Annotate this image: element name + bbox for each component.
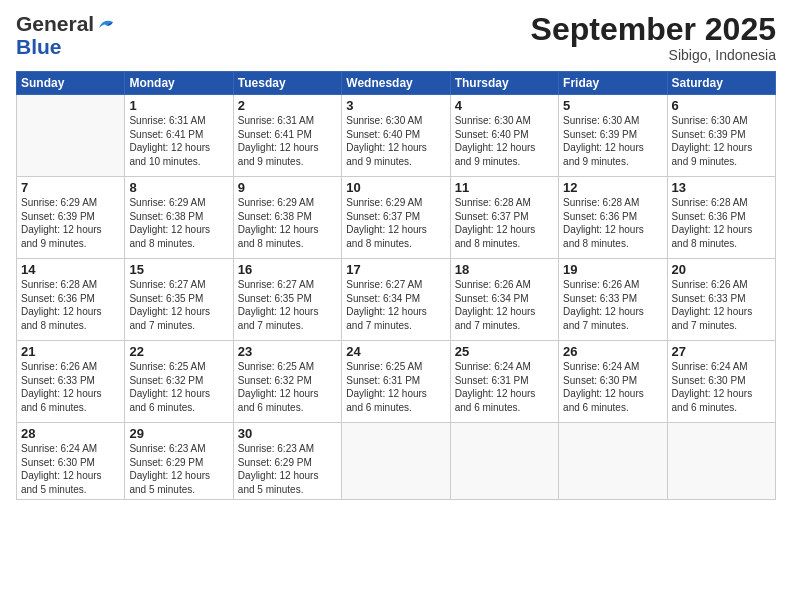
col-wednesday: Wednesday: [342, 72, 450, 95]
day-number: 13: [672, 180, 771, 195]
day-number: 26: [563, 344, 662, 359]
day-number: 28: [21, 426, 120, 441]
day-number: 25: [455, 344, 554, 359]
col-sunday: Sunday: [17, 72, 125, 95]
table-row: 30Sunrise: 6:23 AM Sunset: 6:29 PM Dayli…: [233, 423, 341, 500]
table-row: 29Sunrise: 6:23 AM Sunset: 6:29 PM Dayli…: [125, 423, 233, 500]
day-number: 11: [455, 180, 554, 195]
day-number: 23: [238, 344, 337, 359]
day-number: 22: [129, 344, 228, 359]
table-row: 3Sunrise: 6:30 AM Sunset: 6:40 PM Daylig…: [342, 95, 450, 177]
table-row: 12Sunrise: 6:28 AM Sunset: 6:36 PM Dayli…: [559, 177, 667, 259]
title-block: September 2025 Sibigo, Indonesia: [531, 12, 776, 63]
day-number: 24: [346, 344, 445, 359]
table-row: 25Sunrise: 6:24 AM Sunset: 6:31 PM Dayli…: [450, 341, 558, 423]
day-content: Sunrise: 6:29 AM Sunset: 6:38 PM Dayligh…: [129, 196, 228, 250]
table-row: 8Sunrise: 6:29 AM Sunset: 6:38 PM Daylig…: [125, 177, 233, 259]
table-row: 4Sunrise: 6:30 AM Sunset: 6:40 PM Daylig…: [450, 95, 558, 177]
day-content: Sunrise: 6:31 AM Sunset: 6:41 PM Dayligh…: [238, 114, 337, 168]
day-number: 12: [563, 180, 662, 195]
day-number: 21: [21, 344, 120, 359]
logo-bird-icon: [95, 14, 117, 36]
day-content: Sunrise: 6:24 AM Sunset: 6:30 PM Dayligh…: [563, 360, 662, 414]
logo-text: General Blue: [16, 12, 118, 58]
logo: General Blue: [16, 12, 118, 58]
day-content: Sunrise: 6:28 AM Sunset: 6:37 PM Dayligh…: [455, 196, 554, 250]
day-number: 29: [129, 426, 228, 441]
table-row: 9Sunrise: 6:29 AM Sunset: 6:38 PM Daylig…: [233, 177, 341, 259]
table-row: 28Sunrise: 6:24 AM Sunset: 6:30 PM Dayli…: [17, 423, 125, 500]
month-title: September 2025: [531, 12, 776, 47]
table-row: 2Sunrise: 6:31 AM Sunset: 6:41 PM Daylig…: [233, 95, 341, 177]
day-content: Sunrise: 6:24 AM Sunset: 6:30 PM Dayligh…: [21, 442, 120, 496]
day-content: Sunrise: 6:27 AM Sunset: 6:34 PM Dayligh…: [346, 278, 445, 332]
day-content: Sunrise: 6:26 AM Sunset: 6:33 PM Dayligh…: [563, 278, 662, 332]
table-row: [559, 423, 667, 500]
day-content: Sunrise: 6:23 AM Sunset: 6:29 PM Dayligh…: [238, 442, 337, 496]
page: General Blue September 2025 Sibigo, Indo…: [0, 0, 792, 612]
location: Sibigo, Indonesia: [531, 47, 776, 63]
day-content: Sunrise: 6:30 AM Sunset: 6:39 PM Dayligh…: [563, 114, 662, 168]
table-row: 18Sunrise: 6:26 AM Sunset: 6:34 PM Dayli…: [450, 259, 558, 341]
col-monday: Monday: [125, 72, 233, 95]
day-number: 20: [672, 262, 771, 277]
logo-general: General: [16, 12, 94, 35]
table-row: 27Sunrise: 6:24 AM Sunset: 6:30 PM Dayli…: [667, 341, 775, 423]
table-row: 6Sunrise: 6:30 AM Sunset: 6:39 PM Daylig…: [667, 95, 775, 177]
table-row: 15Sunrise: 6:27 AM Sunset: 6:35 PM Dayli…: [125, 259, 233, 341]
table-row: 19Sunrise: 6:26 AM Sunset: 6:33 PM Dayli…: [559, 259, 667, 341]
day-content: Sunrise: 6:23 AM Sunset: 6:29 PM Dayligh…: [129, 442, 228, 496]
table-row: 21Sunrise: 6:26 AM Sunset: 6:33 PM Dayli…: [17, 341, 125, 423]
day-number: 1: [129, 98, 228, 113]
day-number: 27: [672, 344, 771, 359]
day-number: 3: [346, 98, 445, 113]
table-row: 24Sunrise: 6:25 AM Sunset: 6:31 PM Dayli…: [342, 341, 450, 423]
table-row: 16Sunrise: 6:27 AM Sunset: 6:35 PM Dayli…: [233, 259, 341, 341]
day-number: 19: [563, 262, 662, 277]
table-row: 11Sunrise: 6:28 AM Sunset: 6:37 PM Dayli…: [450, 177, 558, 259]
table-row: 20Sunrise: 6:26 AM Sunset: 6:33 PM Dayli…: [667, 259, 775, 341]
table-row: 23Sunrise: 6:25 AM Sunset: 6:32 PM Dayli…: [233, 341, 341, 423]
table-row: 10Sunrise: 6:29 AM Sunset: 6:37 PM Dayli…: [342, 177, 450, 259]
day-content: Sunrise: 6:26 AM Sunset: 6:33 PM Dayligh…: [21, 360, 120, 414]
logo-blue: Blue: [16, 35, 62, 58]
day-number: 4: [455, 98, 554, 113]
col-tuesday: Tuesday: [233, 72, 341, 95]
day-number: 2: [238, 98, 337, 113]
day-number: 17: [346, 262, 445, 277]
day-content: Sunrise: 6:25 AM Sunset: 6:32 PM Dayligh…: [129, 360, 228, 414]
day-number: 18: [455, 262, 554, 277]
calendar-table: Sunday Monday Tuesday Wednesday Thursday…: [16, 71, 776, 500]
table-row: [342, 423, 450, 500]
table-row: 7Sunrise: 6:29 AM Sunset: 6:39 PM Daylig…: [17, 177, 125, 259]
table-row: [667, 423, 775, 500]
day-number: 7: [21, 180, 120, 195]
table-row: 1Sunrise: 6:31 AM Sunset: 6:41 PM Daylig…: [125, 95, 233, 177]
day-number: 14: [21, 262, 120, 277]
table-row: [17, 95, 125, 177]
day-content: Sunrise: 6:28 AM Sunset: 6:36 PM Dayligh…: [672, 196, 771, 250]
day-content: Sunrise: 6:27 AM Sunset: 6:35 PM Dayligh…: [129, 278, 228, 332]
table-row: 17Sunrise: 6:27 AM Sunset: 6:34 PM Dayli…: [342, 259, 450, 341]
table-row: 22Sunrise: 6:25 AM Sunset: 6:32 PM Dayli…: [125, 341, 233, 423]
col-friday: Friday: [559, 72, 667, 95]
day-number: 9: [238, 180, 337, 195]
col-saturday: Saturday: [667, 72, 775, 95]
table-row: 13Sunrise: 6:28 AM Sunset: 6:36 PM Dayli…: [667, 177, 775, 259]
day-content: Sunrise: 6:25 AM Sunset: 6:32 PM Dayligh…: [238, 360, 337, 414]
day-content: Sunrise: 6:29 AM Sunset: 6:37 PM Dayligh…: [346, 196, 445, 250]
day-content: Sunrise: 6:30 AM Sunset: 6:40 PM Dayligh…: [455, 114, 554, 168]
day-content: Sunrise: 6:30 AM Sunset: 6:39 PM Dayligh…: [672, 114, 771, 168]
day-content: Sunrise: 6:25 AM Sunset: 6:31 PM Dayligh…: [346, 360, 445, 414]
table-row: 26Sunrise: 6:24 AM Sunset: 6:30 PM Dayli…: [559, 341, 667, 423]
day-number: 6: [672, 98, 771, 113]
calendar-header-row: Sunday Monday Tuesday Wednesday Thursday…: [17, 72, 776, 95]
table-row: 14Sunrise: 6:28 AM Sunset: 6:36 PM Dayli…: [17, 259, 125, 341]
header: General Blue September 2025 Sibigo, Indo…: [16, 12, 776, 63]
day-number: 15: [129, 262, 228, 277]
day-content: Sunrise: 6:27 AM Sunset: 6:35 PM Dayligh…: [238, 278, 337, 332]
day-content: Sunrise: 6:28 AM Sunset: 6:36 PM Dayligh…: [21, 278, 120, 332]
day-content: Sunrise: 6:31 AM Sunset: 6:41 PM Dayligh…: [129, 114, 228, 168]
day-content: Sunrise: 6:24 AM Sunset: 6:31 PM Dayligh…: [455, 360, 554, 414]
day-number: 8: [129, 180, 228, 195]
